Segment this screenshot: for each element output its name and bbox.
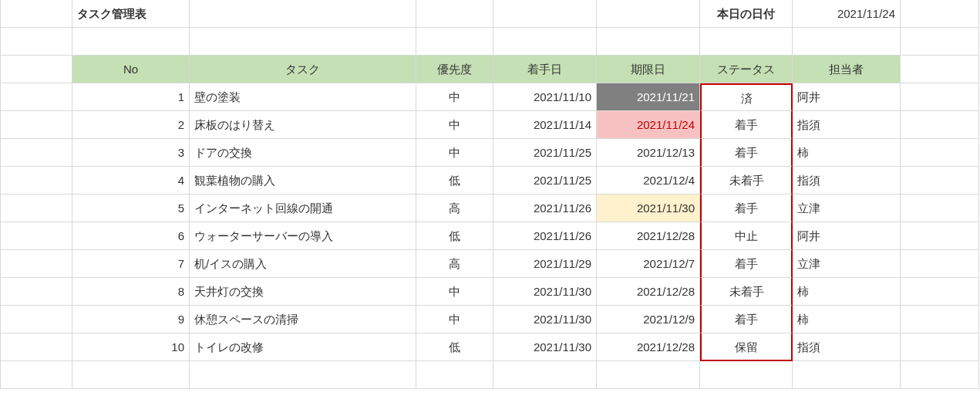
grid-cell [0,111,72,139]
cell-priority: 中 [416,278,493,306]
cell-start: 2021/11/14 [493,111,597,139]
cell-assignee: 指須 [793,167,901,195]
grid-cell [901,306,979,333]
grid-cell [0,278,72,306]
cell-task: インターネット回線の開通 [190,195,416,222]
cell-status: 着手 [700,306,793,333]
cell-task: 机/イスの購入 [190,250,416,278]
cell-no: 4 [72,167,190,195]
grid-cell [0,195,72,222]
cell-task: ウォーターサーバーの導入 [190,222,416,250]
col-header-priority: 優先度 [416,56,493,83]
cell-due: 2021/11/24 [597,111,700,139]
cell-assignee: 柿 [793,278,901,306]
cell-no: 2 [72,111,190,139]
grid-cell [416,361,493,389]
cell-assignee: 立津 [793,195,901,222]
grid-cell [190,0,416,28]
grid-cell [0,56,72,83]
cell-no: 5 [72,195,190,222]
cell-priority: 高 [416,195,493,222]
grid-cell [700,361,793,389]
cell-start: 2021/11/25 [493,167,597,195]
cell-due: 2021/11/30 [597,195,700,222]
grid-cell [0,361,72,389]
cell-assignee: 指須 [793,333,901,361]
col-header-no: No [72,56,190,83]
grid-cell [0,306,72,333]
grid-cell [72,361,190,389]
cell-task: 壁の塗装 [190,83,416,111]
grid-cell [416,28,493,56]
grid-cell [0,222,72,250]
cell-start: 2021/11/30 [493,278,597,306]
grid-cell [597,361,700,389]
cell-priority: 中 [416,111,493,139]
grid-cell [901,222,979,250]
grid-cell [597,28,700,56]
grid-cell [901,56,979,83]
grid-cell [901,139,979,167]
cell-due: 2021/12/28 [597,222,700,250]
cell-due: 2021/12/9 [597,306,700,333]
cell-priority: 中 [416,139,493,167]
cell-task: 天井灯の交換 [190,278,416,306]
cell-due: 2021/12/28 [597,278,700,306]
grid-cell [493,361,597,389]
grid-cell [700,28,793,56]
cell-status: 未着手 [700,278,793,306]
col-header-task: タスク [190,56,416,83]
cell-start: 2021/11/26 [493,222,597,250]
cell-start: 2021/11/29 [493,250,597,278]
grid-cell [0,333,72,361]
grid-cell [901,361,979,389]
today-label: 本日の日付 [700,0,793,28]
grid-cell [597,0,700,28]
grid-cell [0,28,72,56]
cell-no: 6 [72,222,190,250]
cell-priority: 中 [416,83,493,111]
cell-no: 8 [72,278,190,306]
cell-priority: 低 [416,167,493,195]
grid-cell [901,250,979,278]
cell-status: 着手 [700,139,793,167]
cell-status: 着手 [700,111,793,139]
grid-cell [0,0,72,28]
grid-cell [793,28,901,56]
grid-cell [0,167,72,195]
grid-cell [493,0,597,28]
cell-assignee: 阿井 [793,83,901,111]
grid-cell [416,0,493,28]
cell-no: 1 [72,83,190,111]
today-value: 2021/11/24 [793,0,901,28]
grid-cell [901,167,979,195]
cell-task: ドアの交換 [190,139,416,167]
cell-no: 3 [72,139,190,167]
cell-priority: 低 [416,222,493,250]
page-title: タスク管理表 [72,0,190,28]
cell-task: 観葉植物の購入 [190,167,416,195]
cell-priority: 中 [416,306,493,333]
cell-no: 9 [72,306,190,333]
cell-priority: 高 [416,250,493,278]
cell-no: 10 [72,333,190,361]
grid-cell [901,28,979,56]
cell-due: 2021/12/13 [597,139,700,167]
cell-start: 2021/11/10 [493,83,597,111]
cell-status: 中止 [700,222,793,250]
cell-start: 2021/11/25 [493,139,597,167]
cell-start: 2021/11/30 [493,333,597,361]
cell-due: 2021/12/28 [597,333,700,361]
cell-status: 済 [700,83,793,111]
col-header-assignee: 担当者 [793,56,901,83]
cell-task: トイレの改修 [190,333,416,361]
cell-assignee: 柿 [793,306,901,333]
grid-cell [0,139,72,167]
grid-cell [0,83,72,111]
grid-cell [901,111,979,139]
grid-cell [0,250,72,278]
grid-cell [901,195,979,222]
cell-status: 着手 [700,195,793,222]
cell-assignee: 阿井 [793,222,901,250]
cell-status: 未着手 [700,167,793,195]
